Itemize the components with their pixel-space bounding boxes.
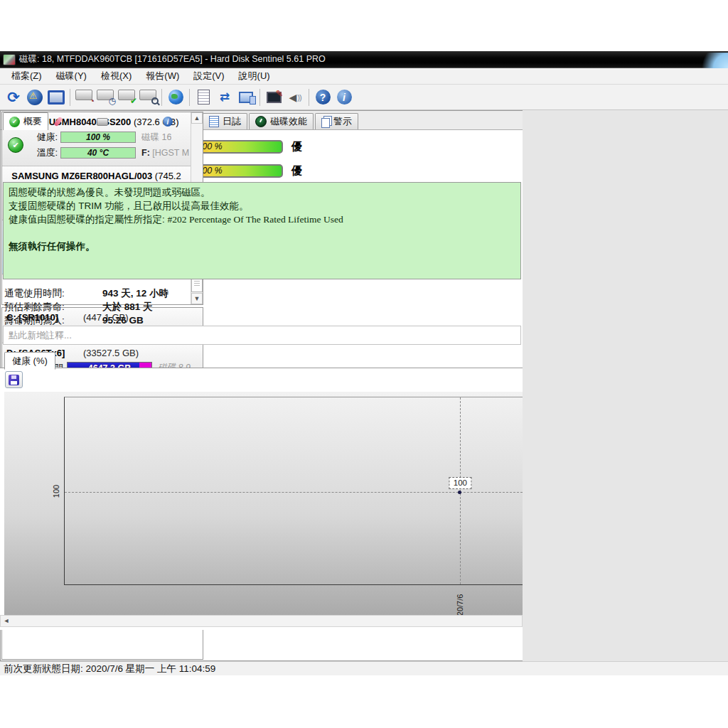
screenshot-canvas: 磁碟: 18, MTFDDAK960TCB [171616D57EA5] - H… (0, 0, 728, 728)
menu-bar: 檔案(Z) 磁碟(Y) 檢視(X) 報告(W) 設定(V) 說明(U) (0, 68, 728, 85)
chart-frame: 100 100 2020/7/6 ◄ (0, 368, 523, 630)
log-document-icon (209, 116, 219, 127)
disk-performance-icon: ◔ (75, 90, 92, 100)
chart-point-label: 100 (449, 477, 471, 489)
temperature-value: 40 °C (87, 148, 109, 158)
clock-badge-icon: ◷ (109, 97, 116, 105)
sync-button[interactable] (214, 87, 235, 107)
alert-pages-icon (321, 118, 330, 128)
status-text-box: 固態硬碟的狀態為優良。未發現問題或弱磁區。 支援固態硬碟的 TRIM 功能，且已… (3, 182, 521, 279)
stat-label: 通電使用時間: (4, 287, 102, 300)
menu-item-disk[interactable]: 磁碟(Y) (49, 68, 94, 84)
menu-item-help[interactable]: 說明(U) (232, 68, 277, 84)
chart-tab-health[interactable]: 健康 (%) (4, 352, 55, 370)
stat-row: 預估剩餘壽命:大於 881 天 (4, 300, 168, 314)
sync-icon (220, 90, 230, 105)
chart-horizontal-scrollbar[interactable]: ◄ (0, 615, 523, 627)
tab-log[interactable]: 日誌 (203, 113, 247, 129)
stat-label: 預估剩餘壽命: (4, 300, 102, 314)
window-title: 磁碟: 18, MTFDDAK960TCB [171616D57EA5] - H… (19, 53, 326, 65)
health-value: 100 % (86, 132, 110, 142)
alerts-button[interactable] (24, 87, 46, 107)
help-icon (316, 90, 331, 105)
disk-monitor-button[interactable] (46, 87, 67, 107)
disk-number: 磁碟 16 (141, 132, 171, 144)
chart-gridline-horizontal (65, 492, 523, 493)
lifetime-stats: 通電使用時間:943 天, 12 小時 預估剩餘壽命:大於 881 天 壽命期間… (4, 287, 168, 327)
temperature-bar: 40 °C (60, 147, 136, 159)
menu-item-report[interactable]: 報告(W) (139, 68, 186, 84)
remote-monitor-icon (267, 92, 282, 103)
status-line: 支援固態硬碟的 TRIM 功能，且已啟用以提高最佳效能。 (9, 199, 515, 213)
titlebar-glow (695, 53, 728, 68)
disk-schedule-button[interactable]: ◷ (95, 87, 116, 107)
refresh-icon (7, 90, 20, 105)
disk-health-button[interactable]: ✔ (116, 87, 137, 107)
disk-performance-button[interactable]: ◔ (73, 87, 95, 107)
disk-status-ok-icon (8, 137, 23, 153)
menu-item-settings[interactable]: 設定(V) (186, 68, 231, 84)
toolbar: ◔ ◷ ✔ (0, 85, 728, 110)
scroll-left-icon[interactable]: ◄ (1, 616, 12, 626)
report-icon (198, 90, 210, 105)
help-button[interactable] (312, 87, 333, 107)
disk-size: (745.2 (155, 171, 181, 181)
status-line: 健康值由固態硬碟的指定屬性所指定: #202 Percentage Of The… (9, 213, 515, 226)
toolbar-separator (161, 89, 162, 106)
health-bar: 100 % (60, 132, 136, 143)
status-line: 固態硬碟的狀態為優良。未發現問題或弱磁區。 (9, 186, 515, 199)
refresh-button[interactable] (3, 87, 24, 107)
gauge-badge-icon: ◔ (90, 97, 95, 105)
disk-analyze-button[interactable] (137, 87, 159, 107)
smart-attribute-ref: #202 Percentage Of The Rated Lifetime Us… (168, 214, 343, 225)
auto-detect-icon (97, 118, 108, 126)
app-window: 磁碟: 18, MTFDDAK960TCB [171616D57EA5] - H… (0, 51, 728, 675)
chart-y-tick: 100 (52, 481, 60, 502)
toolbar-separator (259, 89, 260, 106)
overview-check-icon (9, 117, 20, 127)
sounds-button[interactable] (284, 87, 306, 107)
temperature-label: 溫度: (23, 146, 58, 159)
menu-item-view[interactable]: 檢視(X) (94, 68, 139, 84)
save-icon (9, 375, 19, 385)
speaker-icon (289, 92, 301, 103)
check-badge-icon: ✔ (130, 97, 137, 105)
stat-value: 大於 881 天 (102, 300, 153, 314)
remote-monitor-button[interactable] (263, 87, 284, 107)
tab-disk-performance[interactable]: 磁碟效能 (249, 113, 314, 129)
disk-analyze-icon (139, 90, 156, 100)
tab-overview[interactable]: 概要 (3, 112, 48, 130)
status-bar: 前次更新狀態日期: 2020/7/6 星期一 上午 11:04:59 (0, 661, 728, 675)
status-action-line: 無須執行任何操作。 (9, 240, 515, 253)
globe-icon (168, 90, 183, 105)
partition-ref: F: [HGST M (141, 148, 189, 158)
toolbar-separator (189, 89, 190, 106)
tab-alerts[interactable]: 警示 (315, 113, 358, 129)
detail-panel: 概要 溫度 自動偵錯 資訊 日誌 磁碟效能 警示 效能: 100 % 優 健康:… (0, 110, 523, 661)
gauge-icon (255, 116, 267, 127)
network-status-button[interactable] (235, 87, 257, 107)
menu-item-file[interactable]: 檔案(Z) (4, 68, 49, 84)
comment-input[interactable]: 點此新增註釋... (3, 326, 521, 345)
disk-title: SAMSUNG MZ6ER800HAGL/003 (745.2 (2, 168, 191, 183)
disk-model: SAMSUNG MZ6ER800HAGL/003 (11, 171, 152, 181)
info-icon (337, 90, 352, 105)
network-globe-button[interactable] (165, 87, 186, 107)
disk-health-icon: ✔ (118, 90, 135, 100)
about-button[interactable] (333, 87, 355, 107)
scroll-down-icon[interactable]: ▼ (191, 293, 203, 304)
save-chart-button[interactable] (5, 371, 23, 388)
health-label: 健康: (23, 131, 58, 144)
chart-data-point (458, 491, 461, 494)
disk-schedule-icon: ◷ (97, 90, 114, 100)
main-area: HGST HUSMH8040ASS200 (372.6 GB) 健康: 100 … (0, 110, 728, 661)
report-button[interactable] (193, 87, 214, 107)
health-history-chart: 100 100 2020/7/6 (4, 392, 523, 617)
scroll-up-icon[interactable]: ▲ (191, 112, 203, 124)
magnifier-badge-icon (151, 97, 159, 105)
information-icon (163, 117, 173, 127)
title-bar: 磁碟: 18, MTFDDAK960TCB [171616D57EA5] - H… (0, 51, 728, 68)
network-icon (239, 92, 253, 103)
stat-value: 943 天, 12 小時 (102, 287, 168, 300)
alert-icon (27, 90, 43, 105)
